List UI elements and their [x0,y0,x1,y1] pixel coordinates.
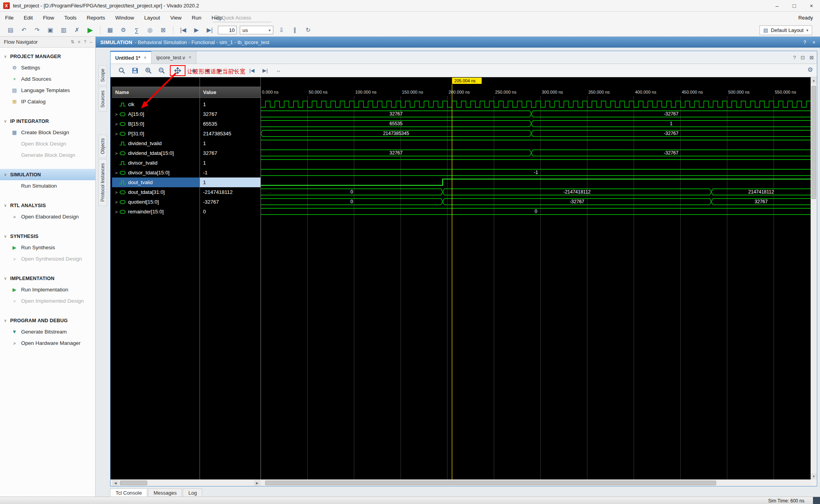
signal-value-cell[interactable]: -1 [200,168,260,177]
waveform-plot-area[interactable]: 0.000 ns50.000 ns100.000 ns150.000 ns200… [260,77,811,479]
save-waveform-icon[interactable] [131,66,139,75]
signal-row-P-31-0-[interactable]: >P[31:0] [112,129,200,138]
chevron-expanded-icon[interactable]: ∨ [4,172,10,177]
signal-row-divisor-tdata-15-0-[interactable]: >divisor_tdata[15:0] [112,168,200,177]
tab-ipcore-test-v[interactable]: ipcore_test.v× [152,51,196,64]
chevron-expanded-icon[interactable]: ∨ [4,234,10,238]
nav-item-run-simulation[interactable]: Run Simulation [0,180,95,192]
close-button[interactable]: × [803,0,820,12]
relaunch-icon[interactable]: ↻ [303,25,313,35]
signal-row-dout-tvalid[interactable]: dout_tvalid [112,177,200,187]
menu-tools[interactable]: Tools [59,12,82,24]
go-to-next-marker-icon[interactable]: ▶| [261,66,269,75]
chevron-expanded-icon[interactable]: ∨ [4,276,10,280]
zoom-fit-icon[interactable] [173,66,182,75]
open-icon[interactable]: ▤ [6,25,15,35]
console-tab-log[interactable]: Log [183,488,202,497]
pause-icon[interactable]: ∥ [290,25,299,35]
nav-section-header[interactable]: ∨PROJECT MANAGER [0,51,95,62]
signal-value-cell[interactable]: -2147418112 [200,187,260,197]
breakpoint-icon[interactable]: ⊠ [159,25,168,35]
side-tab-protocol-instances[interactable]: Protocol Instances [98,159,107,206]
menu-layout[interactable]: Layout [139,12,165,24]
console-tab-messages[interactable]: Messages [148,488,182,497]
chevron-expanded-icon[interactable]: ∨ [4,203,10,208]
help-icon[interactable]: ? [84,39,86,44]
expand-arrow-icon[interactable]: > [114,200,119,204]
value-column-header[interactable]: Value [200,87,260,98]
scroll-left-icon[interactable]: ◀ [112,480,119,486]
nav-section-header[interactable]: ∨PROGRAM AND DEBUG [0,315,95,326]
chevron-right-icon[interactable]: > [13,299,16,303]
menu-window[interactable]: Window [110,12,139,24]
undo-icon[interactable]: ↶ [19,25,29,35]
nav-section-header[interactable]: ∨IP INTEGRATOR [0,115,95,127]
side-tab-objects[interactable]: Objects [98,135,107,158]
nav-item-ip-catalog[interactable]: ⊞IP Catalog [0,96,95,107]
nav-section-header[interactable]: ∨SIMULATION [0,169,95,180]
expand-arrow-icon[interactable]: > [114,122,119,126]
nav-item-add-sources[interactable]: +Add Sources [0,73,95,85]
sum-icon[interactable]: ∑ [132,25,141,35]
maximize-window-icon[interactable]: ⊠ [809,55,814,60]
chevron-expanded-icon[interactable]: ∨ [4,119,10,123]
restart-sim-icon[interactable]: |◀ [178,25,188,35]
nav-section-header[interactable]: ∨IMPLEMENTATION [0,273,95,284]
close-icon[interactable]: × [189,55,191,60]
expand-arrow-icon[interactable]: > [114,151,119,156]
menu-flow[interactable]: Flow [38,12,59,24]
search-icon[interactable] [118,66,126,75]
quick-access-search[interactable]: Quick Access [213,14,271,22]
chevron-right-icon[interactable]: > [13,215,16,219]
nav-item-create-block-design[interactable]: ▦Create Block Design [0,127,95,138]
signal-row-B-15-0-[interactable]: >B[15:0] [112,119,200,129]
plot-horizontal-scrollbar[interactable] [260,479,811,486]
paste-icon[interactable]: ▥ [59,25,68,35]
vertical-scroll-thumb[interactable] [811,86,816,199]
names-horizontal-scrollbar[interactable]: ◀ ▶ [112,479,260,486]
time-unit-select[interactable]: us▾ [240,26,273,34]
minimize-panel-icon[interactable]: – [90,39,92,44]
signal-value-cell[interactable]: 1 [200,138,260,148]
signal-value-cell[interactable]: 32767 [200,109,260,119]
chevron-right-icon[interactable]: > [13,257,16,261]
scroll-down-icon[interactable]: ▼ [811,473,817,479]
zoom-out-icon[interactable] [157,66,166,75]
banner-close-icon[interactable]: × [812,39,815,45]
nav-section-header[interactable]: ∨SYNTHESIS [0,231,95,242]
menu-edit[interactable]: Edit [19,12,38,24]
signal-value-cell[interactable]: 1 [200,99,260,109]
menu-run[interactable]: Run [187,12,207,24]
vertical-scrollbar[interactable]: ▲ ▼ [811,77,817,479]
scroll-up-icon[interactable]: ▲ [811,77,817,83]
signal-value-cell[interactable]: 1 [200,177,260,187]
expand-collapse-icon[interactable]: ⇅ [71,39,74,44]
report-icon[interactable]: ▦ [105,25,115,35]
simulation-time-input[interactable] [218,26,237,34]
signal-row-A-15-0-[interactable]: >A[15:0] [112,109,200,119]
maximize-button[interactable]: □ [786,0,803,12]
nav-item-settings[interactable]: ⚙Settings [0,62,95,73]
signal-value-cell[interactable]: 32767 [200,148,260,158]
nav-item-open-elaborated-design[interactable]: >Open Elaborated Design [0,211,95,222]
signal-row-dividend-tdata-15-0-[interactable]: >dividend_tdata[15:0] [112,148,200,158]
chevron-expanded-icon[interactable]: ∨ [4,318,10,323]
menu-reports[interactable]: Reports [82,12,110,24]
close-icon[interactable]: × [144,55,146,60]
minimize-button[interactable]: – [768,0,786,12]
menu-view[interactable]: View [165,12,187,24]
side-tab-scope[interactable]: Scope [98,65,107,85]
signal-row-dout-tdata-31-0-[interactable]: >dout_tdata[31:0] [112,187,200,197]
redo-icon[interactable]: ↷ [32,25,42,35]
signal-row-divisor-tvalid[interactable]: divisor_tvalid [112,158,200,168]
go-to-previous-marker-icon[interactable]: |◀ [248,66,256,75]
help-icon[interactable]: ? [793,55,796,60]
signal-value-cell[interactable]: 2147385345 [200,129,260,138]
run-all-icon[interactable]: ▶ [192,25,201,35]
settings-gear-icon[interactable]: ⚙ [119,25,128,35]
probe-icon[interactable]: ◎ [145,25,155,35]
span-markers-icon[interactable]: ↔ [274,66,283,75]
signal-value-cell[interactable]: 0 [200,207,260,217]
nav-item-run-synthesis[interactable]: ▶Run Synthesis [0,242,95,253]
name-column-header[interactable]: Name [112,87,200,98]
